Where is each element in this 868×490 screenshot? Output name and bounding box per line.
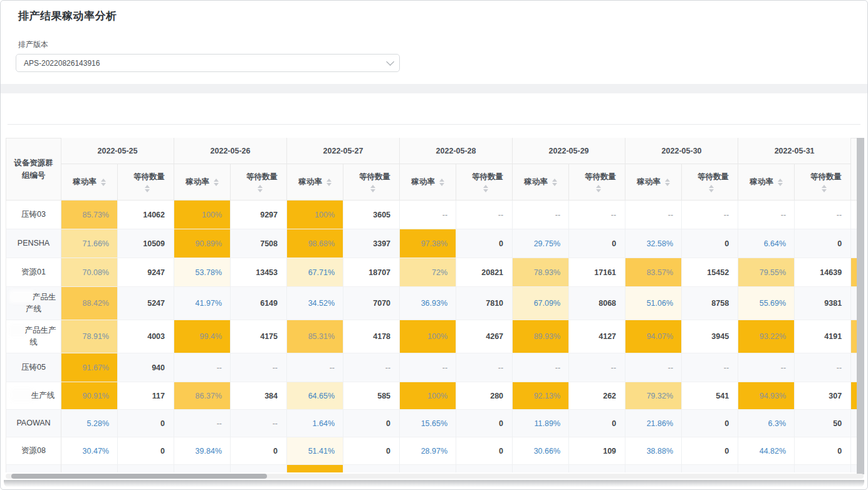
utilization-grid: 设备资源群组编号2022-05-252022-05-262022-05-2720… — [6, 138, 857, 472]
utilization-cell: -- — [174, 410, 231, 437]
utilization-cell: 32.58% — [625, 229, 682, 258]
wait-qty-cell: 4175 — [231, 320, 287, 353]
wait-qty-sort-header-5[interactable]: 等待数量 — [682, 164, 738, 201]
wait-qty-sort-header-6[interactable]: 等待数量 — [795, 164, 851, 201]
utilization-cell: 100% — [400, 382, 456, 410]
wait-qty-cell: 8068 — [569, 287, 625, 320]
wait-qty-cell — [682, 465, 738, 472]
resource-group-label: 产品生产线 — [6, 320, 61, 353]
utilization-cell: 98.68% — [287, 229, 343, 258]
utilization-sort-header-4[interactable]: 稼动率 — [513, 164, 569, 201]
card-bottom-shadow — [4, 480, 864, 488]
date-column-header-2: 2022-05-27 — [287, 138, 400, 164]
sort-icon — [709, 185, 714, 192]
wait-qty-cell: 541 — [682, 382, 738, 410]
wait-qty-cell: 4003 — [118, 320, 174, 353]
utilization-cell: 11.89% — [513, 410, 569, 437]
resource-group-label: 压铸03 — [6, 201, 61, 229]
wait-qty-cell: 4178 — [343, 320, 400, 353]
version-select[interactable]: APS-20220826143916 — [16, 54, 400, 72]
utilization-cell: 71.66% — [61, 229, 118, 258]
utilization-cell: 92.13% — [513, 382, 569, 410]
section-separator — [1, 84, 867, 93]
clipped-cell — [851, 382, 857, 410]
sort-icon — [778, 179, 783, 186]
wait-qty-cell: -- — [569, 201, 625, 229]
clipped-cell — [851, 437, 857, 465]
utilization-sort-header-5[interactable]: 稼动率 — [625, 164, 682, 201]
clipped-cell — [851, 320, 857, 353]
utilization-sort-header-0[interactable]: 稼动率 — [61, 164, 118, 201]
wait-qty-cell: 0 — [569, 410, 625, 437]
sort-icon — [327, 179, 332, 186]
utilization-sort-header-2[interactable]: 稼动率 — [287, 164, 343, 201]
wait-qty-cell: 280 — [456, 382, 513, 410]
date-column-header-3: 2022-05-28 — [400, 138, 513, 164]
table-row: 产品生产线78.91%400399.4%417585.31%4178100%42… — [6, 320, 857, 353]
utilization-cell: 85.73% — [61, 201, 118, 229]
wait-qty-cell: 3605 — [343, 201, 400, 229]
utilization-cell: 78.91% — [61, 320, 118, 353]
wait-qty-cell: 13453 — [231, 258, 287, 287]
wait-qty-sort-header-2[interactable]: 等待数量 — [343, 164, 400, 201]
utilization-cell: 15.65% — [400, 410, 456, 437]
wait-qty-sort-header-4[interactable]: 等待数量 — [569, 164, 625, 201]
wait-qty-cell: 18707 — [343, 258, 400, 287]
wait-qty-cell: 9381 — [795, 287, 851, 320]
clipped-cell — [851, 287, 857, 320]
wait-qty-cell: 0 — [118, 437, 174, 465]
utilization-cell: 30.47% — [61, 437, 118, 465]
resource-group-label: 生产线 — [6, 382, 61, 410]
table-row: 资源0830.47%039.84%051.41%028.97%030.66%10… — [6, 437, 857, 465]
table-row: PAOWAN5.28%0----1.64%015.65%011.89%021.8… — [6, 410, 857, 437]
horizontal-scrollbar-thumb[interactable] — [11, 474, 267, 479]
vertical-scrollbar-thumb[interactable] — [857, 138, 864, 474]
sort-icon — [483, 185, 488, 192]
utilization-cell: 70.08% — [61, 258, 118, 287]
utilization-cell: 72% — [400, 258, 456, 287]
sort-icon — [101, 179, 106, 186]
wait-qty-cell: -- — [343, 353, 400, 382]
wait-qty-cell: -- — [795, 353, 851, 382]
wait-qty-cell: -- — [456, 353, 513, 382]
version-select-value: APS-20220826143916 — [24, 59, 100, 68]
utilization-cell: 90.91% — [61, 382, 118, 410]
utilization-cell — [625, 465, 682, 472]
utilization-cell: -- — [513, 353, 569, 382]
wait-qty-cell: 117 — [118, 382, 174, 410]
utilization-cell: 38.88% — [625, 437, 682, 465]
utilization-cell: -- — [738, 353, 795, 382]
wait-qty-cell: -- — [231, 410, 287, 437]
utilization-cell — [738, 465, 795, 472]
wait-qty-sort-header-1[interactable]: 等待数量 — [231, 164, 287, 201]
wait-qty-cell: 15452 — [682, 258, 738, 287]
utilization-cell: 51.41% — [287, 437, 343, 465]
wait-qty-cell: 940 — [118, 353, 174, 382]
wait-qty-sort-header-3[interactable]: 等待数量 — [456, 164, 513, 201]
utilization-cell: -- — [400, 353, 456, 382]
wait-qty-cell: 10509 — [118, 229, 174, 258]
wait-qty-cell: 3945 — [682, 320, 738, 353]
clipped-cell — [851, 258, 857, 287]
clipped-cell — [851, 201, 857, 229]
utilization-cell: 1.64% — [287, 410, 343, 437]
utilization-cell: -- — [174, 353, 231, 382]
wait-qty-cell: 8758 — [682, 287, 738, 320]
wait-qty-cell: 3397 — [343, 229, 400, 258]
table-horizontal-scrollbar[interactable] — [6, 474, 864, 479]
date-column-header-1: 2022-05-26 — [174, 138, 287, 164]
utilization-sort-header-3[interactable]: 稼动率 — [400, 164, 456, 201]
utilization-sort-header-6[interactable]: 稼动率 — [738, 164, 795, 201]
wait-qty-cell: -- — [682, 201, 738, 229]
utilization-cell: 29.75% — [513, 229, 569, 258]
utilization-cell — [174, 465, 231, 472]
table-vertical-scrollbar[interactable] — [857, 138, 864, 474]
wait-qty-sort-header-0[interactable]: 等待数量 — [118, 164, 174, 201]
wait-qty-cell: 0 — [682, 437, 738, 465]
wait-qty-cell: -- — [231, 353, 287, 382]
utilization-cell: 100% — [174, 201, 231, 229]
utilization-sort-header-1[interactable]: 稼动率 — [174, 164, 231, 201]
resource-group-column-header: 设备资源群组编号 — [6, 138, 61, 201]
utilization-cell: 51.06% — [625, 287, 682, 320]
wait-qty-cell: 0 — [456, 437, 513, 465]
